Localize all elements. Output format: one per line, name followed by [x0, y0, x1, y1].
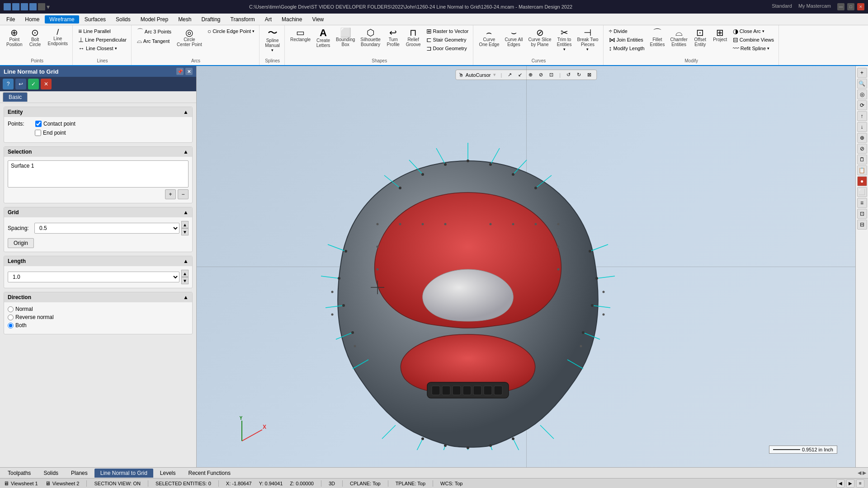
selection-remove-button[interactable]: − — [178, 189, 189, 199]
right-btn-pan-down[interactable]: ↓ — [857, 122, 867, 132]
ribbon-btn-door-geometry[interactable]: ⊐ Door Geometry — [425, 44, 471, 52]
ribbon-btn-spline-manual[interactable]: 〜 SplineManual ▾ — [263, 27, 282, 53]
ribbon-btn-bounding-box[interactable]: ⬜ BoundingBox — [334, 27, 357, 48]
panel-help-button[interactable]: ? — [3, 79, 14, 89]
ribbon-btn-chamfer-entities[interactable]: ⌓ ChamferEntities — [668, 27, 689, 48]
ribbon-btn-silhouette-boundary[interactable]: ⬡ SilhouetteBoundary — [359, 27, 382, 48]
right-btn-note[interactable]: 🗒 — [857, 155, 867, 164]
bottom-tab-recent[interactable]: Recent Functions — [183, 469, 236, 478]
vp-btn-4[interactable]: ⊘ — [537, 71, 545, 79]
vp-btn-6[interactable]: ↺ — [564, 71, 573, 79]
menu-home[interactable]: Home — [20, 15, 44, 23]
panel-back-button[interactable]: ↩ — [15, 79, 26, 89]
menu-machine[interactable]: Machine — [277, 15, 307, 23]
menu-mesh[interactable]: Mesh — [174, 15, 196, 23]
ribbon-btn-trim-entities[interactable]: ✂ Trim toEntities ▾ — [555, 27, 574, 52]
length-dropdown[interactable]: 1.0 — [8, 272, 179, 282]
break-two-pieces-dropdown[interactable]: ▾ — [586, 47, 589, 52]
viewsheet-2-label[interactable]: Viewsheet 2 — [52, 481, 80, 486]
ribbon-btn-line-perpendicular[interactable]: ⊥ Line Perpendicular — [76, 36, 128, 44]
right-btn-red[interactable]: ● — [857, 176, 867, 186]
ribbon-btn-line-closest[interactable]: ↔ Line Closest ▾ — [76, 44, 128, 52]
selection-section-header[interactable]: Selection ▲ — [4, 147, 192, 157]
menu-view[interactable]: View — [307, 15, 328, 23]
right-btn-layers[interactable]: ⬜ — [857, 187, 867, 197]
ribbon-btn-line-endpoints[interactable]: / LineEndpoints — [46, 27, 70, 47]
length-down-button[interactable]: ▼ — [181, 277, 189, 284]
spacing-up-button[interactable]: ▲ — [181, 221, 189, 228]
end-point-checkbox[interactable] — [35, 130, 41, 136]
minimize-button[interactable]: — — [837, 3, 844, 10]
bottom-tab-solids[interactable]: Solids — [38, 469, 64, 478]
ribbon-btn-curve-slice-plane[interactable]: ⊘ Curve Sliceby Plane — [527, 27, 553, 48]
trim-entities-dropdown[interactable]: ▾ — [563, 47, 566, 52]
grid-section-header[interactable]: Grid ▲ — [4, 207, 192, 217]
spacing-dropdown[interactable]: 0.5 — [34, 223, 179, 234]
bottom-tab-levels[interactable]: Levels — [154, 469, 182, 478]
entity-section-header[interactable]: Entity ▲ — [4, 107, 192, 117]
line-closest-dropdown[interactable]: ▾ — [115, 46, 117, 51]
menu-drafting[interactable]: Drafting — [197, 15, 225, 23]
right-btn-rotate[interactable]: ⟳ — [857, 100, 867, 110]
origin-button[interactable]: Origin — [8, 238, 34, 248]
contact-point-checkbox[interactable] — [35, 121, 42, 127]
bottom-tab-toolpaths[interactable]: Toolpaths — [2, 469, 37, 478]
panel-cancel-button[interactable]: ✕ — [41, 79, 52, 89]
right-btn-properties[interactable]: ≡ — [857, 198, 867, 208]
selection-add-button[interactable]: + — [165, 189, 176, 199]
vp-btn-8[interactable]: ⊠ — [585, 71, 594, 79]
ribbon-btn-modify-length[interactable]: ↕ Modify Length — [607, 44, 646, 52]
ribbon-btn-bolt-circle[interactable]: ⊙ BoltCircle — [26, 27, 44, 48]
ribbon-btn-rectangle[interactable]: ▭ Rectangle — [288, 27, 312, 43]
viewsheet-1-label[interactable]: Viewsheet 1 — [11, 481, 38, 486]
spacing-down-button[interactable]: ▼ — [181, 228, 189, 235]
ribbon-btn-join-entities[interactable]: ⋈ Join Entities — [607, 36, 646, 44]
ribbon-btn-turn-profile[interactable]: ↩ TurnProfile — [384, 27, 402, 48]
ribbon-btn-arc-tangent[interactable]: ⌓ Arc Tangent — [135, 37, 173, 45]
ribbon-btn-stair-geometry[interactable]: ⊏ Stair Geometry — [425, 36, 471, 44]
ribbon-btn-create-letters[interactable]: A CreateLetters — [314, 27, 332, 49]
viewport[interactable]: 🖱 AutoCursor ▾ | ↗ ↙ ⊕ ⊘ ⊡ | ↺ ↻ ⊠ — [197, 66, 855, 467]
bottom-tab-planes[interactable]: Planes — [65, 469, 94, 478]
ribbon-btn-offset-entity[interactable]: ⊡ OffsetEntity — [691, 27, 709, 48]
ribbon-btn-combine-views[interactable]: ⊟ Combine Views — [731, 36, 776, 44]
expand-icon[interactable]: ◀ ▶ — [858, 470, 866, 476]
ribbon-btn-project[interactable]: ⊞ Project — [711, 27, 729, 43]
panel-pin-icon[interactable]: 📌 — [176, 68, 184, 75]
spline-manual-dropdown[interactable]: ▾ — [271, 48, 274, 52]
circle-edge-dropdown[interactable]: ▾ — [252, 29, 255, 33]
ribbon-btn-curve-one-edge[interactable]: ⌢ CurveOne Edge — [477, 27, 501, 48]
statusbar-btn-1[interactable]: ◀ — [836, 479, 844, 488]
right-btn-clipboard[interactable]: 📋 — [857, 165, 867, 175]
vp-btn-5[interactable]: ⊡ — [547, 71, 556, 79]
length-up-button[interactable]: ▲ — [181, 270, 189, 277]
menu-transform[interactable]: Transform — [226, 15, 259, 23]
vp-btn-2[interactable]: ↙ — [516, 71, 524, 79]
ribbon-btn-circle-edge[interactable]: ○ Circle Edge Point ▾ — [206, 27, 256, 35]
ribbon-btn-close-arc[interactable]: ◑ Close Arc ▾ — [731, 27, 776, 35]
ribbon-btn-arc3points[interactable]: ⌒ Arc 3 Points — [135, 27, 173, 36]
ribbon-btn-circle-center[interactable]: ◎ CircleCenter Point — [175, 27, 204, 48]
panel-close-icon[interactable]: ✕ — [185, 68, 193, 75]
right-btn-zoom-in[interactable]: + — [857, 68, 867, 78]
right-btn-shaded[interactable]: ⊘ — [857, 144, 867, 154]
right-btn-settings[interactable]: ⊟ — [857, 220, 867, 230]
menu-wireframe[interactable]: Wireframe — [45, 15, 79, 23]
right-btn-zoom-out[interactable]: 🔍 — [857, 79, 867, 89]
right-btn-wireframe[interactable]: ⊕ — [857, 133, 867, 143]
ribbon-btn-raster-vector[interactable]: ⊞ Raster to Vector — [425, 27, 471, 35]
ribbon-btn-divide[interactable]: ÷ Divide — [607, 27, 646, 35]
menu-solids[interactable]: Solids — [111, 15, 135, 23]
ribbon-btn-refit-spline[interactable]: 〰 Refit Spline ▾ — [731, 44, 776, 52]
ribbon-btn-point-position[interactable]: ⊕ PointPosition — [5, 27, 24, 48]
bottom-tab-line-normal[interactable]: Line Normal to Grid — [94, 469, 153, 478]
panel-ok-button[interactable]: ✓ — [28, 79, 39, 89]
vp-btn-7[interactable]: ↻ — [575, 71, 583, 79]
right-btn-fit[interactable]: ◎ — [857, 89, 867, 99]
menu-modelprep[interactable]: Model Prep — [136, 15, 173, 23]
menu-art[interactable]: Art — [260, 15, 276, 23]
close-arc-dropdown[interactable]: ▾ — [762, 29, 764, 33]
close-button[interactable]: ✕ — [857, 3, 864, 10]
normal-radio[interactable] — [8, 306, 14, 312]
refit-spline-dropdown[interactable]: ▾ — [767, 46, 769, 51]
